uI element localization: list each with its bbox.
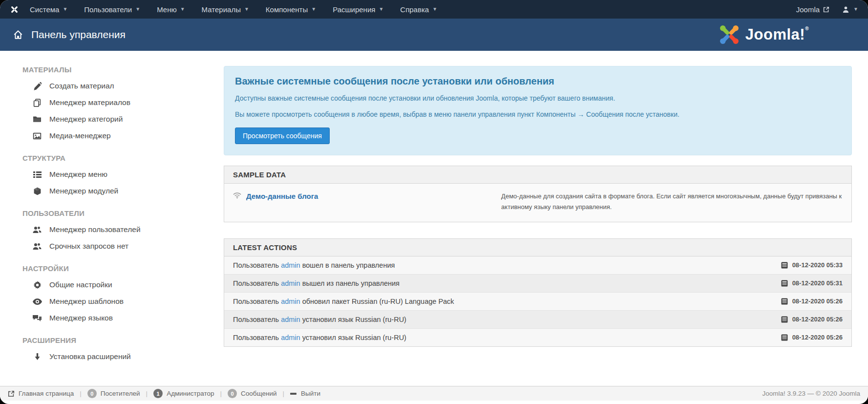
stack-icon: [32, 99, 42, 107]
action-log-row: Пользователь admin обновил пакет Russian…: [224, 292, 851, 310]
version-text: Joomla! 3.9.23 — © 2020 Joomla: [762, 390, 860, 397]
menu-label: Справка: [400, 5, 429, 14]
visitors-count-badge: 0: [87, 389, 97, 398]
menu-system[interactable]: Система▼: [30, 5, 67, 14]
menu-label: Пользователи: [84, 5, 132, 14]
user-menu[interactable]: ▼: [842, 6, 858, 13]
sidebar-item-media-manager[interactable]: Медиа-менеджер: [22, 128, 224, 144]
joomla-logo: Joomla!®: [718, 23, 809, 46]
chevron-down-icon: ▼: [853, 7, 858, 12]
latest-actions-list: Пользователь admin вошел в панель управл…: [224, 256, 851, 346]
visitors-status[interactable]: 0 Посетителей: [87, 389, 140, 398]
eye-icon: [32, 298, 42, 305]
latest-actions-panel: LATEST ACTIONS Пользователь admin вошел …: [224, 238, 852, 347]
sidebar-item-module-manager[interactable]: Менеджер модулей: [22, 183, 224, 199]
review-messages-button[interactable]: Просмотреть сообщения: [235, 128, 330, 144]
joomla-logo-icon: [718, 23, 741, 46]
sidebar-item-privacy-requests[interactable]: Срочных запросов нет: [22, 238, 224, 255]
sidebar-item-language-manager[interactable]: Менеджер языков: [22, 310, 224, 326]
chevron-down-icon: ▼: [379, 7, 383, 12]
sidebar-section-content: МАТЕРИАЛЫ Создать материал Менеджер мате…: [22, 65, 224, 144]
status-bar: Главная страница | 0 Посетителей | 1 Адм…: [0, 386, 868, 401]
sidebar-item-install-extensions[interactable]: Установка расширений: [22, 348, 224, 365]
sidebar-item-label: Менеджер меню: [49, 170, 107, 179]
users-icon: [32, 226, 42, 234]
user-link[interactable]: admin: [281, 298, 300, 305]
download-icon: [32, 353, 42, 361]
calendar-icon: [781, 262, 788, 269]
sidebar-item-label: Общие настройки: [49, 280, 112, 289]
sidebar-item-label: Менеджер модулей: [49, 187, 118, 195]
menu-label: Система: [30, 5, 59, 14]
sidebar-section-users: ПОЛЬЗОВАТЕЛИ Менеджер пользователей Сроч…: [22, 209, 224, 255]
page-header: Панель управления Joomla!®: [0, 19, 868, 51]
sidebar-item-label: Срочных запросов нет: [49, 242, 128, 251]
page-title: Панель управления: [13, 29, 126, 41]
action-log-row: Пользователь admin установил язык Russia…: [224, 310, 851, 328]
registered-mark: ®: [805, 26, 809, 31]
calendar-icon: [781, 298, 788, 305]
sidebar-item-template-manager[interactable]: Менеджер шаблонов: [22, 293, 224, 310]
action-text: Пользователь admin вышел из панель управ…: [233, 279, 400, 287]
alert-paragraph: Доступны важные системные сообщения посл…: [235, 93, 841, 103]
sidebar-item-new-article[interactable]: Создать материал: [22, 78, 224, 94]
chevron-down-icon: ▼: [135, 7, 140, 12]
sidebar-item-label: Менеджер категорий: [49, 115, 123, 124]
sidebar-item-article-manager[interactable]: Менеджер материалов: [22, 94, 224, 111]
logout-link[interactable]: Выйти: [290, 390, 320, 397]
chevron-down-icon: ▼: [180, 7, 185, 12]
sample-data-description: Демо-данные для создания сайта в формате…: [501, 191, 843, 213]
chevron-down-icon: ▼: [244, 7, 249, 12]
action-text: Пользователь admin обновил пакет Russian…: [233, 298, 454, 305]
blog-sample-data-link[interactable]: Демо-данные блога: [246, 192, 318, 200]
user-link[interactable]: admin: [281, 261, 300, 269]
pencil-icon: [32, 82, 42, 90]
sidebar-section-extensions: РАСШИРЕНИЯ Установка расширений: [22, 336, 224, 365]
logout-icon: [290, 392, 297, 395]
user-link[interactable]: admin: [281, 334, 300, 341]
sidebar-item-label: Медиа-менеджер: [49, 131, 111, 140]
sample-data-panel-title: SAMPLE DATA: [224, 166, 851, 184]
sidebar-item-label: Менеджер пользователей: [49, 225, 141, 234]
menu-users[interactable]: Пользователи▼: [84, 5, 140, 14]
action-timestamp: 08-12-2020 05:26: [781, 298, 843, 305]
action-timestamp: 08-12-2020 05:26: [781, 316, 843, 323]
menu-help[interactable]: Справка▼: [400, 5, 437, 14]
site-link-label: Joomla: [796, 5, 820, 14]
joomla-logo-text: Joomla!®: [745, 26, 809, 43]
user-link[interactable]: admin: [281, 316, 300, 323]
view-site-footer-link[interactable]: Главная страница: [8, 390, 74, 397]
messages-count-badge: 0: [228, 389, 237, 398]
sidebar-item-user-manager[interactable]: Менеджер пользователей: [22, 221, 224, 238]
sidebar-section-title: ПОЛЬЗОВАТЕЛИ: [22, 209, 224, 217]
menu-extensions[interactable]: Расширения▼: [333, 5, 383, 14]
sidebar-item-label: Создать материал: [49, 82, 114, 90]
folder-icon: [32, 115, 42, 123]
messages-status[interactable]: 0 Сообщений: [228, 389, 277, 398]
calendar-icon: [781, 316, 788, 323]
joomla-knot-icon[interactable]: [10, 5, 19, 14]
chevron-down-icon: ▼: [63, 7, 67, 12]
menu-menus[interactable]: Меню▼: [157, 5, 185, 14]
latest-actions-panel-title: LATEST ACTIONS: [224, 239, 851, 256]
action-text: Пользователь admin установил язык Russia…: [233, 334, 406, 341]
view-site-link[interactable]: Joomla: [796, 5, 829, 14]
action-log-row: Пользователь admin вошел в панель управл…: [224, 256, 851, 274]
menu-content[interactable]: Материалы▼: [202, 5, 249, 14]
sidebar-item-global-configuration[interactable]: Общие настройки: [22, 276, 224, 293]
sidebar-item-menu-manager[interactable]: Менеджер меню: [22, 166, 224, 183]
divider: |: [80, 390, 82, 397]
menu-components[interactable]: Компоненты▼: [266, 5, 316, 14]
sidebar-item-category-manager[interactable]: Менеджер категорий: [22, 111, 224, 128]
wifi-icon: [233, 192, 241, 199]
admins-status[interactable]: 1 Администратор: [153, 389, 214, 398]
admin-menubar: Система▼ Пользователи▼ Меню▼ Материалы▼ …: [0, 0, 868, 19]
user-link[interactable]: admin: [281, 279, 300, 287]
admins-count-badge: 1: [153, 389, 163, 398]
joomla-admin-window: Система▼ Пользователи▼ Меню▼ Материалы▼ …: [0, 0, 868, 404]
sidebar-item-label: Менеджер материалов: [49, 98, 130, 107]
quick-icons-sidebar: МАТЕРИАЛЫ Создать материал Менеджер мате…: [0, 51, 224, 404]
chevron-down-icon: ▼: [432, 7, 437, 12]
action-log-row: Пользователь admin установил язык Russia…: [224, 328, 851, 346]
external-link-icon: [8, 390, 15, 397]
